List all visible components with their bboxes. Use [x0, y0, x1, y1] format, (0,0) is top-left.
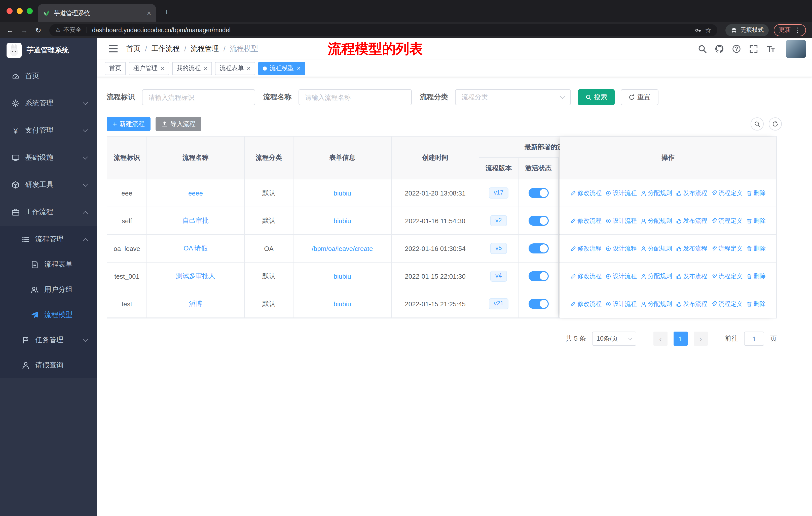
sidebar-item-payment[interactable]: ¥ 支付管理 [0, 117, 97, 144]
sidebar-item-infrastructure[interactable]: 基础设施 [0, 144, 97, 171]
tag-home[interactable]: 首页 [105, 62, 126, 75]
active-toggle[interactable] [528, 243, 548, 253]
page-size-select[interactable]: 10条/页 [592, 332, 636, 346]
tag-tenant-management[interactable]: 租户管理 × [129, 62, 169, 75]
sidebar-item-home[interactable]: 首页 [0, 62, 97, 90]
user-avatar[interactable] [786, 40, 806, 58]
process-name-link[interactable]: 自己审批 [182, 216, 209, 225]
search-button[interactable] [697, 44, 707, 54]
import-process-button[interactable]: 导入流程 [155, 117, 201, 131]
search-button-form[interactable]: 搜索 [578, 89, 615, 105]
new-tab-button[interactable]: + [162, 7, 171, 16]
sidebar-item-user-group[interactable]: 用户分组 [0, 277, 97, 302]
tag-my-process[interactable]: 我的流程 × [172, 62, 212, 75]
action-delete[interactable]: 删除 [747, 244, 766, 253]
active-toggle[interactable] [528, 216, 548, 226]
process-name-link[interactable]: 测试多审批人 [176, 272, 215, 281]
sidebar-item-process-model[interactable]: 流程模型 [0, 302, 97, 328]
window-zoom-button[interactable] [27, 8, 33, 14]
action-modify[interactable]: 修改流程 [570, 300, 602, 308]
action-modify[interactable]: 修改流程 [570, 244, 602, 253]
process-name-link[interactable]: eeee [188, 189, 203, 197]
app-logo[interactable]: 芋道管理系统 [0, 38, 97, 62]
action-definition[interactable]: 流程定义 [711, 300, 743, 308]
form-link[interactable]: /bpm/oa/leave/create [312, 245, 373, 252]
action-assign-rule[interactable]: 分配规则 [641, 244, 672, 253]
back-button[interactable]: ← [4, 24, 16, 36]
active-toggle[interactable] [528, 271, 548, 281]
prev-page-button[interactable]: ‹ [654, 332, 668, 346]
sidebar-item-system[interactable]: 系统管理 [0, 90, 97, 117]
action-modify[interactable]: 修改流程 [570, 216, 602, 225]
process-name-link[interactable]: 滔博 [189, 299, 202, 308]
reload-button[interactable]: ↻ [32, 24, 44, 36]
update-chip[interactable]: 更新 ⋮ [774, 24, 806, 36]
forward-button[interactable]: → [18, 24, 30, 36]
action-assign-rule[interactable]: 分配规则 [641, 189, 672, 197]
action-assign-rule[interactable]: 分配规则 [641, 272, 672, 280]
action-definition[interactable]: 流程定义 [711, 244, 743, 253]
sidebar-item-process-management[interactable]: 流程管理 [0, 227, 97, 252]
sidebar-item-leave-query[interactable]: 请假查询 [0, 353, 97, 378]
hamburger-icon[interactable] [107, 43, 119, 55]
help-button[interactable] [731, 44, 741, 54]
category-select[interactable]: 流程分类 [455, 89, 571, 105]
close-icon[interactable]: × [161, 65, 164, 72]
action-modify[interactable]: 修改流程 [570, 189, 602, 197]
action-publish[interactable]: 发布流程 [676, 189, 707, 197]
action-delete[interactable]: 删除 [747, 189, 766, 197]
toggle-search-button[interactable] [751, 117, 764, 131]
refresh-table-button[interactable] [769, 117, 782, 131]
font-size-button[interactable] [766, 44, 775, 54]
action-delete[interactable]: 删除 [747, 272, 766, 280]
next-page-button[interactable]: › [694, 332, 708, 346]
github-button[interactable] [714, 44, 724, 54]
action-delete[interactable]: 删除 [747, 216, 766, 225]
tag-process-model[interactable]: 流程模型 × [258, 62, 305, 75]
create-process-button[interactable]: + 新建流程 [107, 117, 150, 131]
fullscreen-button[interactable] [749, 44, 758, 54]
window-minimize-button[interactable] [17, 8, 23, 14]
goto-page-input[interactable] [744, 332, 764, 346]
action-definition[interactable]: 流程定义 [711, 272, 743, 280]
action-design[interactable]: 设计流程 [606, 244, 637, 253]
bookmark-star-icon[interactable]: ☆ [705, 26, 711, 34]
action-modify[interactable]: 修改流程 [570, 272, 602, 280]
address-bar[interactable]: ⚠ 不安全 dashboard.yudao.iocoder.cn/bpm/man… [49, 24, 717, 36]
action-publish[interactable]: 发布流程 [676, 216, 707, 225]
form-link[interactable]: biubiu [334, 189, 351, 197]
form-link[interactable]: biubiu [334, 300, 351, 308]
action-definition[interactable]: 流程定义 [711, 216, 743, 225]
action-design[interactable]: 设计流程 [606, 272, 637, 280]
tab-close-icon[interactable]: × [147, 9, 151, 17]
close-icon[interactable]: × [204, 65, 207, 72]
window-close-button[interactable] [6, 8, 12, 14]
action-publish[interactable]: 发布流程 [676, 244, 707, 253]
close-icon[interactable]: × [247, 65, 251, 72]
action-publish[interactable]: 发布流程 [676, 300, 707, 308]
active-toggle[interactable] [528, 299, 548, 309]
sidebar-item-process-form[interactable]: 流程表单 [0, 252, 97, 277]
breadcrumb-item-workflow[interactable]: 工作流程 [151, 44, 180, 53]
form-link[interactable]: biubiu [334, 272, 351, 280]
sidebar-item-task-management[interactable]: 任务管理 [0, 328, 97, 353]
breadcrumb-item-process-management[interactable]: 流程管理 [191, 44, 219, 53]
browser-tab[interactable]: 芋道管理系统 × [38, 4, 156, 22]
breadcrumb-item-home[interactable]: 首页 [126, 44, 141, 53]
browser-menu-icon[interactable]: ⋮ [794, 26, 801, 34]
action-assign-rule[interactable]: 分配规则 [641, 216, 672, 225]
tag-process-form[interactable]: 流程表单 × [215, 62, 255, 75]
action-assign-rule[interactable]: 分配规则 [641, 300, 672, 308]
process-id-input[interactable] [142, 89, 255, 105]
page-1-button[interactable]: 1 [673, 332, 688, 346]
action-publish[interactable]: 发布流程 [676, 272, 707, 280]
process-name-link[interactable]: OA 请假 [183, 244, 207, 253]
active-toggle[interactable] [528, 188, 548, 198]
close-icon[interactable]: × [297, 65, 301, 72]
sidebar-item-devtools[interactable]: 研发工具 [0, 171, 97, 198]
action-delete[interactable]: 删除 [747, 300, 766, 308]
action-definition[interactable]: 流程定义 [711, 189, 743, 197]
form-link[interactable]: biubiu [334, 217, 351, 224]
reset-button[interactable]: 重置 [621, 89, 659, 105]
sidebar-item-workflow[interactable]: 工作流程 [0, 198, 97, 226]
